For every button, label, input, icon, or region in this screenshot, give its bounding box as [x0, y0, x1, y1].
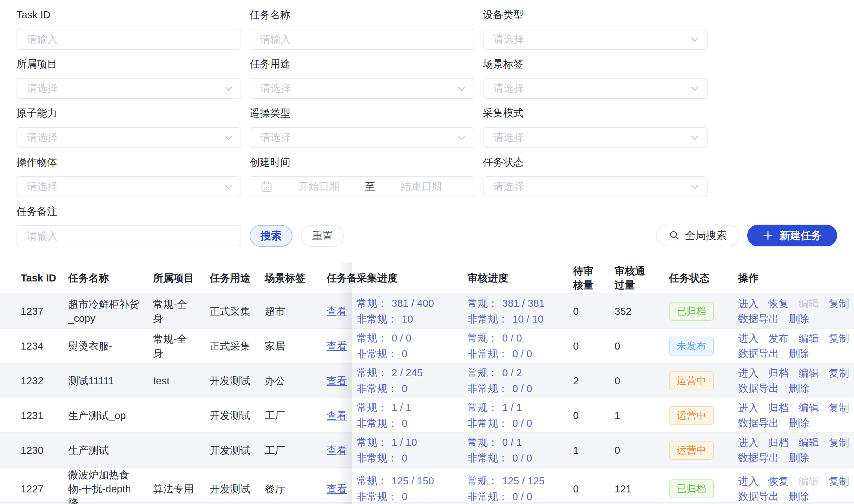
action-enter[interactable]: 进入: [738, 366, 758, 381]
cell-review-progress: 常规：381 / 381 非常规：10 / 10: [467, 296, 573, 327]
action-delete[interactable]: 删除: [789, 311, 809, 326]
action-edit[interactable]: 编辑: [799, 296, 819, 311]
table-row: 1227 微波炉加热食物-干扰-depth降... 算法专用 开发测试 餐厅 查…: [0, 467, 854, 502]
action-restore[interactable]: 恢复: [768, 296, 789, 311]
view-remark-link[interactable]: 查看: [327, 375, 347, 386]
cell-purpose: 开发测试: [210, 374, 265, 388]
header-approved-count: 审核通过量: [615, 264, 669, 292]
cell-purpose: 开发测试: [210, 482, 265, 496]
action-edit[interactable]: 编辑: [799, 331, 819, 346]
view-remark-link[interactable]: 查看: [327, 306, 347, 317]
view-remark-link[interactable]: 查看: [327, 410, 347, 421]
filter-create-time: 创建时间 开始日期 至 结束日期: [250, 156, 474, 197]
cell-task-name: 超市冷鲜柜补货_copy: [68, 297, 153, 325]
action-publish[interactable]: 发布: [768, 331, 789, 346]
cell-project: 常规-全身: [153, 332, 210, 360]
filter-label: 原子能力: [17, 107, 241, 119]
action-export[interactable]: 数据导出: [738, 416, 779, 431]
global-search-button[interactable]: 全局搜索: [656, 225, 740, 246]
header-purpose: 任务用途: [210, 271, 265, 285]
cell-project: 算法专用: [153, 482, 210, 496]
filter-atomic-ability: 原子能力 请选择: [17, 107, 241, 148]
filter-task-id: Task ID: [17, 8, 241, 50]
create-task-button[interactable]: 新建任务: [747, 225, 837, 246]
select-placeholder: 请选择: [493, 131, 524, 145]
search-button[interactable]: 搜索: [250, 225, 293, 247]
end-date-placeholder[interactable]: 结束日期: [379, 180, 464, 194]
action-export[interactable]: 数据导出: [738, 450, 779, 465]
status-badge: 运营中: [669, 406, 714, 425]
cell-pending-count: 0: [573, 409, 615, 423]
action-export[interactable]: 数据导出: [738, 311, 779, 326]
action-enter[interactable]: 进入: [738, 331, 758, 346]
action-archive[interactable]: 归档: [768, 435, 789, 450]
action-edit[interactable]: 编辑: [799, 474, 819, 489]
action-archive[interactable]: 归档: [768, 366, 789, 381]
action-copy[interactable]: 复制: [829, 366, 849, 381]
cell-actions: 进入 归档 编辑 复制 数据导出 删除: [738, 366, 854, 396]
status-badge: 未发布: [669, 337, 714, 356]
reset-button[interactable]: 重置: [301, 225, 344, 247]
action-edit[interactable]: 编辑: [799, 366, 819, 381]
atomic-ability-select[interactable]: 请选择: [17, 127, 241, 148]
action-export[interactable]: 数据导出: [738, 489, 779, 504]
action-delete[interactable]: 删除: [789, 416, 809, 431]
filter-label: Task ID: [17, 8, 241, 21]
view-remark-link[interactable]: 查看: [327, 340, 347, 352]
cell-task-name: 生产测试_op: [68, 409, 153, 423]
start-date-placeholder[interactable]: 开始日期: [276, 180, 362, 194]
action-copy[interactable]: 复制: [829, 400, 849, 416]
scene-tag-select[interactable]: 请选择: [483, 78, 708, 99]
action-enter[interactable]: 进入: [738, 474, 758, 489]
filter-scene-tag: 场景标签 请选择: [483, 58, 708, 99]
action-archive[interactable]: 归档: [768, 400, 789, 416]
task-id-input[interactable]: [27, 34, 231, 45]
status-badge: 已归档: [669, 302, 714, 321]
filter-label: 任务状态: [483, 156, 708, 168]
filter-project: 所属项目 请选择: [17, 58, 241, 99]
action-delete[interactable]: 删除: [789, 346, 809, 361]
device-type-select[interactable]: 请选择: [483, 29, 708, 50]
task-remark-input[interactable]: [27, 230, 231, 242]
cell-status: 已归档: [669, 302, 738, 321]
table-header-row: Task ID 任务名称 所属项目 任务用途 场景标签 任务备注 采集进度 审核…: [0, 263, 854, 293]
select-placeholder: 请选择: [260, 131, 291, 145]
action-enter[interactable]: 进入: [738, 400, 758, 416]
filter-label: 所属项目: [17, 58, 241, 70]
cell-remark: 查看: [327, 409, 357, 423]
action-enter[interactable]: 进入: [738, 296, 758, 311]
action-delete[interactable]: 删除: [789, 450, 809, 465]
action-copy[interactable]: 复制: [829, 296, 849, 311]
filter-label: 任务备注: [17, 205, 241, 218]
task-status-select[interactable]: 请选择: [483, 176, 708, 197]
project-select[interactable]: 请选择: [17, 78, 241, 99]
task-name-input[interactable]: [260, 34, 464, 45]
cell-pending-count: 0: [573, 304, 615, 318]
action-delete[interactable]: 删除: [789, 381, 809, 396]
action-copy[interactable]: 复制: [829, 474, 849, 489]
select-placeholder: 请选择: [27, 180, 58, 194]
collect-mode-select[interactable]: 请选择: [483, 127, 708, 148]
view-remark-link[interactable]: 查看: [327, 483, 347, 495]
action-copy[interactable]: 复制: [829, 435, 849, 450]
header-task-id: Task ID: [21, 271, 68, 285]
filter-label: 创建时间: [250, 156, 474, 168]
action-copy[interactable]: 复制: [829, 331, 849, 346]
filter-purpose: 任务用途 请选择: [250, 58, 474, 99]
cell-review-progress: 常规：0 / 2 非常规：0 / 0: [467, 365, 573, 397]
cell-task-name: 熨烫衣服-: [68, 339, 153, 353]
action-delete[interactable]: 删除: [789, 489, 809, 504]
action-restore[interactable]: 恢复: [768, 474, 789, 489]
action-export[interactable]: 数据导出: [738, 381, 779, 396]
teleop-type-select[interactable]: 请选择: [250, 127, 474, 148]
action-edit[interactable]: 编辑: [799, 400, 819, 416]
date-range-picker[interactable]: 开始日期 至 结束日期: [250, 176, 474, 197]
action-edit[interactable]: 编辑: [799, 435, 819, 450]
view-remark-link[interactable]: 查看: [327, 445, 347, 456]
cell-purpose: 正式采集: [210, 304, 265, 318]
object-select[interactable]: 请选择: [17, 176, 241, 197]
action-enter[interactable]: 进入: [738, 435, 758, 450]
action-export[interactable]: 数据导出: [738, 346, 779, 361]
header-remark: 任务备注: [327, 271, 357, 285]
purpose-select[interactable]: 请选择: [250, 78, 474, 99]
